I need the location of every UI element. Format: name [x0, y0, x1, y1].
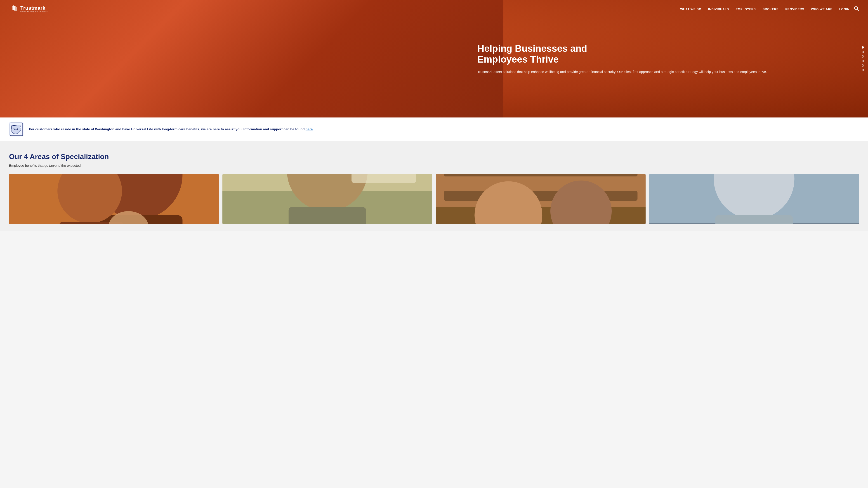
logo-text: Trustmark benefits beyond benefits	[20, 6, 48, 13]
spec-card-1[interactable]	[9, 174, 219, 224]
specialization-section: Our 4 Areas of Specialization Employee b…	[0, 141, 868, 231]
svg-rect-43	[715, 215, 793, 224]
nav-item-who-we-are[interactable]: WHO WE ARE	[811, 7, 833, 11]
svg-rect-34	[444, 174, 638, 176]
svg-rect-13	[254, 12, 350, 118]
nav-links: WHAT WE DO INDIVIDUALS EMPLOYERS BROKERS…	[680, 7, 849, 11]
wa-here-link[interactable]: here	[306, 127, 313, 131]
wa-state-icon: WA	[9, 122, 24, 136]
hero-title: Helping Businesses and Employees Thrive	[477, 43, 825, 65]
slide-dot-1[interactable]	[862, 46, 864, 48]
svg-rect-16	[116, 88, 171, 118]
svg-rect-9	[99, 15, 188, 118]
specialization-cards	[9, 174, 859, 224]
svg-rect-30	[351, 174, 416, 183]
hero-description: Trustmark offers solutions that help enh…	[477, 69, 825, 74]
hero-content: Helping Businesses and Employees Thrive …	[477, 43, 825, 74]
slide-dot-3[interactable]	[862, 55, 864, 58]
spec-card-4[interactable]	[649, 174, 859, 224]
specialization-subtitle: Employee benefits that go beyond the exp…	[9, 164, 859, 167]
slide-dot-navigation	[862, 46, 864, 71]
wa-banner: WA For customers who reside in the state…	[0, 118, 868, 141]
nav-item-individuals[interactable]: INDIVIDUALS	[708, 7, 729, 11]
svg-rect-29	[289, 207, 366, 224]
brand-name: Trustmark	[20, 6, 48, 11]
brand-tagline: benefits beyond benefits	[20, 11, 48, 13]
specialization-title: Our 4 Areas of Specialization	[9, 153, 859, 161]
slide-dot-5[interactable]	[862, 64, 864, 67]
nav-item-providers[interactable]: PROVIDERS	[785, 7, 804, 11]
nav-item-what-we-do[interactable]: WHAT WE DO	[680, 7, 702, 11]
slide-dot-6[interactable]	[862, 69, 864, 71]
spec-card-3[interactable]	[436, 174, 646, 224]
wa-banner-text: For customers who reside in the state of…	[29, 127, 314, 132]
main-navigation: Trustmark benefits beyond benefits WHAT …	[0, 0, 868, 18]
slide-dot-4[interactable]	[862, 60, 864, 62]
search-icon[interactable]	[854, 6, 859, 12]
logo-area[interactable]: Trustmark benefits beyond benefits	[9, 4, 48, 14]
slide-dot-2[interactable]	[862, 51, 864, 53]
trustmark-logo-icon	[9, 4, 19, 14]
nav-item-login[interactable]: LOGIN	[839, 7, 849, 11]
spec-card-2[interactable]	[222, 174, 432, 224]
nav-item-employers[interactable]: EMPLOYERS	[736, 7, 756, 11]
svg-text:WA: WA	[13, 128, 18, 131]
nav-item-brokers[interactable]: BROKERS	[763, 7, 779, 11]
svg-line-3	[857, 9, 859, 11]
